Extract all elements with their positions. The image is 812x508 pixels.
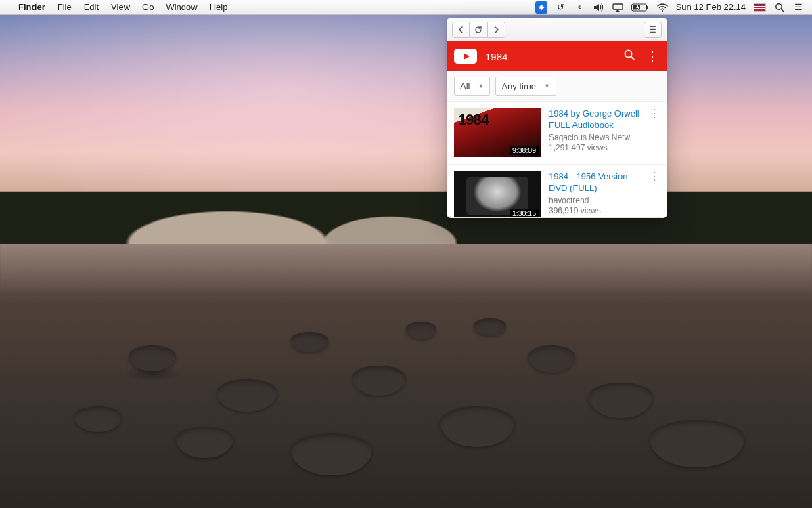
nav-reload-button[interactable] [470,22,488,38]
svg-line-8 [631,56,635,60]
input-source-flag-icon[interactable] [754,3,766,12]
menu-edit[interactable]: Edit [78,2,105,12]
svg-rect-0 [613,4,623,9]
video-title[interactable]: 1984 by George Orwell FULL Audiobook [549,108,639,131]
menubar-datetime[interactable]: Sun 12 Feb 22.14 [676,2,746,12]
wifi-icon[interactable] [657,3,668,12]
nav-back-button[interactable] [452,22,470,38]
menu-view[interactable]: View [105,2,136,12]
svg-point-5 [776,3,782,9]
search-results[interactable]: 9:38:09 1984 by George Orwell FULL Audio… [447,102,667,217]
youtube-more-icon[interactable]: ⋮ [645,49,660,64]
battery-icon[interactable] [631,3,649,12]
popover-menu-button[interactable]: ☰ [644,22,662,38]
menubar-app-icon[interactable]: ◆ [535,1,547,14]
app-menu[interactable]: Finder [12,2,51,12]
svg-point-4 [662,10,663,12]
filter-type-label: All [460,81,470,91]
video-more-icon[interactable]: ⋮ [648,108,661,157]
menu-window[interactable]: Window [160,2,203,12]
search-icon[interactable] [622,49,637,64]
chevron-down-icon: ▼ [544,83,550,89]
popover-toolbar: ☰ [447,18,667,41]
video-channel[interactable]: havoctrend [549,196,639,207]
video-thumbnail[interactable]: 1:30:15 [454,171,541,217]
menu-file[interactable]: File [51,2,78,12]
chevron-down-icon: ▼ [478,83,484,89]
bluetooth-icon[interactable]: ⌖ [574,2,585,13]
time-machine-icon[interactable]: ↺ [556,2,566,12]
youtube-header: 1984 ⋮ [447,41,667,71]
svg-line-6 [782,9,784,12]
nav-forward-button[interactable] [488,22,505,38]
svg-rect-2 [647,6,648,9]
video-duration: 9:38:09 [510,146,539,155]
menubar: Finder File Edit View Go Window Help ◆ ↺… [0,0,812,15]
video-channel[interactable]: Sagacious News Netw [549,133,639,144]
search-result-item[interactable]: 1:30:15 1984 - 1956 Version DVD (FULL) h… [447,165,667,217]
airplay-icon[interactable] [612,3,623,12]
filter-time-label: Any time [501,81,536,91]
notification-center-icon[interactable]: ☰ [793,2,804,12]
youtube-logo-icon[interactable] [454,49,477,64]
spotlight-icon[interactable] [774,3,785,12]
video-views: 1,291,497 views [549,143,639,154]
search-filters: All ▼ Any time ▼ [447,71,667,102]
filter-time-select[interactable]: Any time ▼ [495,77,556,96]
menu-help[interactable]: Help [204,2,234,12]
youtube-popover-window: ☰ 1984 ⋮ All ▼ Any time ▼ 9:38:09 1984 b… [447,18,667,218]
search-query-text[interactable]: 1984 [485,51,614,62]
volume-icon[interactable] [593,3,604,12]
video-thumbnail[interactable]: 9:38:09 [454,108,541,157]
video-views: 396,919 views [549,206,639,217]
filter-type-select[interactable]: All ▼ [454,77,490,96]
video-duration: 1:30:15 [510,209,539,217]
scrollbar-thumb[interactable] [667,62,667,116]
popover-scrollbar[interactable] [667,37,667,218]
search-result-item[interactable]: 9:38:09 1984 by George Orwell FULL Audio… [447,102,667,165]
menu-go[interactable]: Go [136,2,160,12]
video-title[interactable]: 1984 - 1956 Version DVD (FULL) [549,171,639,194]
video-more-icon[interactable]: ⋮ [648,171,661,217]
